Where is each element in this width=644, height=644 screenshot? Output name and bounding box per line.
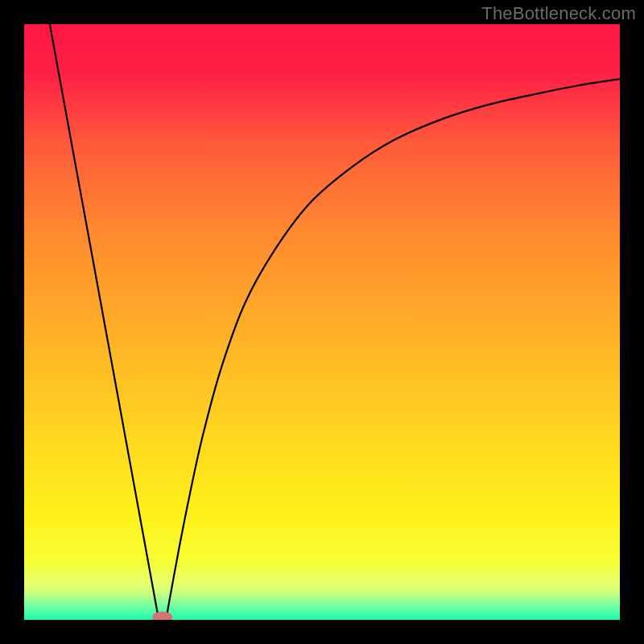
chart-plot [24,24,620,620]
chart-frame: TheBottleneck.com [0,0,644,644]
watermark-text: TheBottleneck.com [481,3,636,24]
plot-background [24,24,620,620]
